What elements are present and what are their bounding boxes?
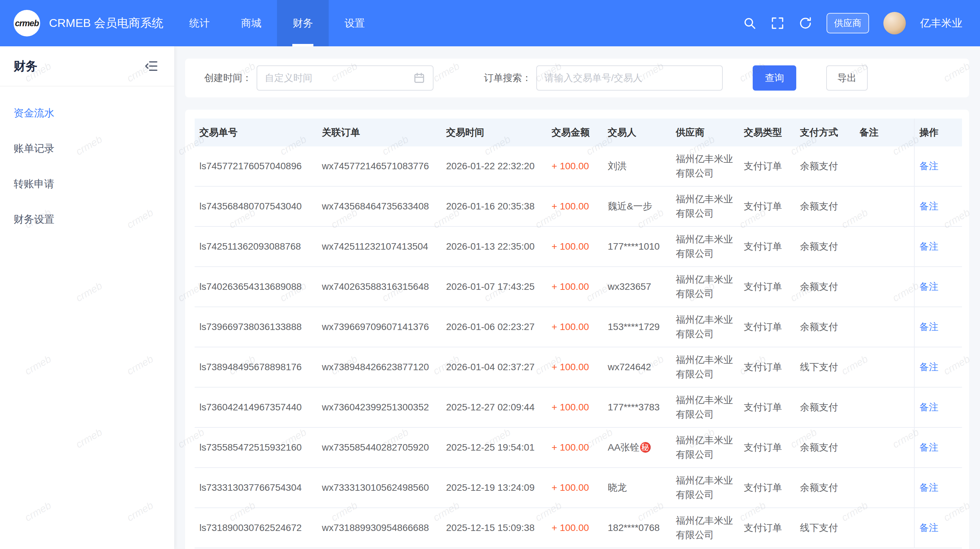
trader-name: 177****1010 <box>608 241 660 252</box>
pay-method: 余额支付 <box>800 241 838 252</box>
sidebar-header: 财务 <box>0 46 174 86</box>
table-row: ls733313037766754304 wx73331301056249856… <box>195 468 962 508</box>
date-range-input[interactable] <box>265 73 409 83</box>
date-range-field <box>256 65 434 91</box>
supplier-badge[interactable]: 供应商 <box>827 13 869 34</box>
fullscreen-icon[interactable] <box>771 16 784 30</box>
table-card: 交易单号关联订单交易时间交易金额交易人供应商交易类型支付方式备注操作 ls745… <box>185 110 969 549</box>
sidebar-item-label: 财务设置 <box>14 214 54 225</box>
time-cell: 2026-01-07 17:43:25 <box>441 267 547 307</box>
amount-cell: + 100.00 <box>547 147 603 186</box>
supplier-cell: 福州亿丰米业有限公司 <box>671 307 739 347</box>
table-row: ls745772176057040896 wx74577214657108377… <box>195 147 962 186</box>
remark-action-link[interactable]: 备注 <box>920 522 939 533</box>
trader-cell: 魏近&一步 <box>603 186 671 227</box>
trade-amount: + 100.00 <box>552 482 589 493</box>
trade-no-cell: ls742511362093088768 <box>195 227 317 267</box>
trader-cell: wx724642 <box>603 347 671 387</box>
remark-action-link[interactable]: 备注 <box>920 161 939 171</box>
supplier-name: 福州亿丰米业有限公司 <box>676 152 736 180</box>
type-cell: 支付订单 <box>739 387 795 428</box>
column-header: 交易金额 <box>547 118 603 147</box>
type-cell: 支付订单 <box>739 508 795 548</box>
order-no-cell: wx739669709607141376 <box>317 307 441 347</box>
remark-action-link[interactable]: 备注 <box>920 241 939 252</box>
pay-method-cell: 余额支付 <box>795 227 855 267</box>
supplier-name: 福州亿丰米业有限公司 <box>676 433 736 462</box>
search-icon[interactable] <box>743 16 756 30</box>
trade-type: 支付订单 <box>744 241 782 252</box>
top-nav-item[interactable]: 统计 <box>173 0 225 46</box>
remark-action-link[interactable]: 备注 <box>920 281 939 292</box>
collapse-sidebar-icon[interactable] <box>144 59 159 73</box>
trade-amount: + 100.00 <box>552 402 589 412</box>
action-cell: 备注 <box>914 307 962 347</box>
time-cell: 2025-12-27 02:09:44 <box>441 387 547 428</box>
remark-action-link[interactable]: 备注 <box>920 362 939 372</box>
app-title: CRMEB 会员电商系统 <box>49 15 163 31</box>
table-header-row: 交易单号关联订单交易时间交易金额交易人供应商交易类型支付方式备注操作 <box>195 118 962 147</box>
trade-amount: + 100.00 <box>552 321 589 332</box>
type-cell: 支付订单 <box>739 347 795 387</box>
order-no: wx743568464735633408 <box>322 201 429 212</box>
trade-type: 支付订单 <box>744 161 782 171</box>
column-header: 交易单号 <box>195 118 317 147</box>
trade-no: ls740263654313689088 <box>199 281 302 292</box>
time-cell: 2025-12-25 19:54:01 <box>441 428 547 468</box>
action-cell: 备注 <box>914 468 962 508</box>
table-body: ls745772176057040896 wx74577214657108377… <box>195 147 962 548</box>
remark-action-link[interactable]: 备注 <box>920 442 939 453</box>
action-cell: 备注 <box>914 267 962 307</box>
trade-time: 2026-01-06 02:23:27 <box>446 321 535 332</box>
top-nav-item[interactable]: 商城 <box>225 0 277 46</box>
calendar-icon[interactable] <box>413 72 425 84</box>
pay-method: 线下支付 <box>800 522 838 533</box>
main-content: 创建时间： 订单搜索： 查询 导出 交易单号关联订单交易时间交易金额交易人供应商… <box>174 46 980 549</box>
remark-action-link[interactable]: 备注 <box>920 321 939 332</box>
column-header: 交易类型 <box>739 118 795 147</box>
export-button[interactable]: 导出 <box>826 65 868 91</box>
pay-method: 线下支付 <box>800 362 838 372</box>
type-cell: 支付订单 <box>739 307 795 347</box>
order-no-cell: wx735585440282705920 <box>317 428 441 468</box>
topbar-right: 供应商 亿丰米业 <box>743 12 962 34</box>
trade-type: 支付订单 <box>744 362 782 372</box>
sidebar-item-label: 资金流水 <box>14 107 54 118</box>
refresh-icon[interactable] <box>799 16 812 30</box>
order-no-cell: wx743568464735633408 <box>317 186 441 227</box>
action-cell: 备注 <box>914 147 962 186</box>
remark-action-link[interactable]: 备注 <box>920 402 939 412</box>
action-cell: 备注 <box>914 186 962 227</box>
type-cell: 支付订单 <box>739 147 795 186</box>
query-button[interactable]: 查询 <box>753 65 796 91</box>
trader-cell: 刘洪 <box>603 147 671 186</box>
sidebar: 财务 资金流水账单记录转账申请财务设置 <box>0 46 174 549</box>
top-nav-item[interactable]: 财务 <box>277 0 329 46</box>
order-no-cell: wx742511232107413504 <box>317 227 441 267</box>
top-nav-item[interactable]: 设置 <box>329 0 380 46</box>
remark-action-link[interactable]: 备注 <box>920 201 939 212</box>
remark-cell <box>855 387 914 428</box>
sidebar-item[interactable]: 转账申请 <box>0 166 174 202</box>
order-search-input[interactable] <box>544 73 714 83</box>
remark-action-link[interactable]: 备注 <box>920 482 939 493</box>
trade-no: ls743568480707543040 <box>199 201 302 212</box>
trade-type: 支付订单 <box>744 522 782 533</box>
sidebar-item[interactable]: 账单记录 <box>0 131 174 166</box>
amount-cell: + 100.00 <box>547 227 603 267</box>
column-header: 支付方式 <box>795 118 855 147</box>
pay-method: 余额支付 <box>800 442 838 453</box>
pay-method-cell: 余额支付 <box>795 267 855 307</box>
username[interactable]: 亿丰米业 <box>920 16 962 30</box>
order-no: wx738948426623877120 <box>322 362 429 372</box>
order-no-cell: wx736042399251300352 <box>317 387 441 428</box>
trade-type: 支付订单 <box>744 321 782 332</box>
sidebar-item[interactable]: 财务设置 <box>0 202 174 237</box>
amount-cell: + 100.00 <box>547 347 603 387</box>
sidebar-item[interactable]: 资金流水 <box>0 95 174 131</box>
trade-no: ls742511362093088768 <box>199 241 301 252</box>
column-header: 操作 <box>914 118 962 147</box>
avatar[interactable] <box>883 12 906 34</box>
pay-method: 余额支付 <box>800 201 838 212</box>
time-cell: 2026-01-22 22:32:20 <box>441 147 547 186</box>
